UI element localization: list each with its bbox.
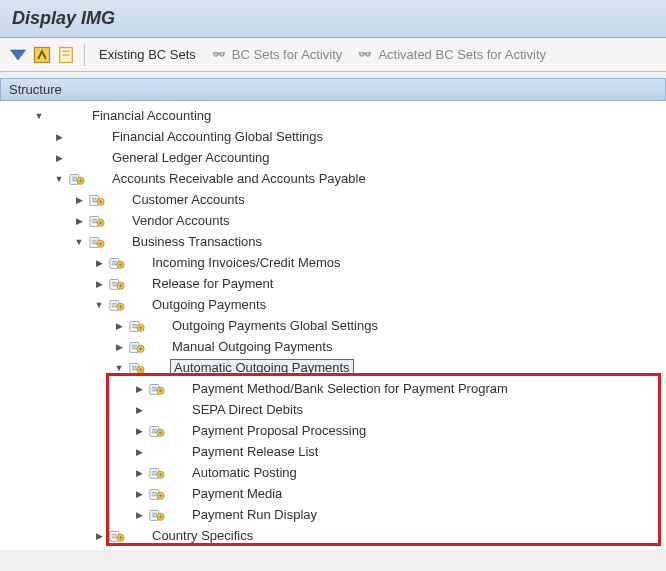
img-activity-icon[interactable] [88, 234, 106, 250]
expander-open-icon[interactable] [32, 109, 46, 123]
toolbar-label: Existing BC Sets [99, 47, 196, 62]
img-activity-icon[interactable] [148, 381, 166, 397]
expander-closed-icon[interactable] [132, 424, 146, 438]
tree-node-label[interactable]: Financial Accounting [90, 108, 213, 123]
tree-node-label[interactable]: General Ledger Accounting [110, 150, 272, 165]
tree-node-label[interactable]: Release for Payment [150, 276, 275, 291]
img-activity-icon[interactable] [148, 423, 166, 439]
expander-closed-icon[interactable] [132, 487, 146, 501]
img-activity-icon[interactable] [148, 486, 166, 502]
tree-row[interactable]: Manual Outgoing Payments [0, 336, 666, 357]
img-activity-icon[interactable] [148, 465, 166, 481]
tree-node-label[interactable]: Payment Method/Bank Selection for Paymen… [190, 381, 510, 396]
tree-row[interactable]: Payment Proposal Processing [0, 420, 666, 441]
img-activity-icon[interactable] [128, 360, 146, 376]
glasses-icon: 👓 [212, 48, 226, 61]
img-activity-icon[interactable] [128, 318, 146, 334]
tree-node-label[interactable]: Automatic Outgoing Payments [170, 359, 354, 376]
tree-row[interactable]: Outgoing Payments Global Settings [0, 315, 666, 336]
glasses-icon: 👓 [358, 48, 372, 61]
img-activity-icon[interactable] [88, 213, 106, 229]
tree-node-label[interactable]: Payment Run Display [190, 507, 319, 522]
tree-node-label[interactable]: Outgoing Payments [150, 297, 268, 312]
expander-closed-icon[interactable] [72, 193, 86, 207]
bc-sets-for-activity-button[interactable]: 👓 BC Sets for Activity [206, 45, 349, 64]
tree-node-label[interactable]: Vendor Accounts [130, 213, 232, 228]
tree-row[interactable]: Incoming Invoices/Credit Memos [0, 252, 666, 273]
tree-row[interactable]: Payment Media [0, 483, 666, 504]
img-activity-icon[interactable] [68, 171, 86, 187]
expander-closed-icon[interactable] [132, 445, 146, 459]
icon-placeholder [68, 129, 86, 145]
tree-container: Financial AccountingFinancial Accounting… [0, 101, 666, 550]
expander-closed-icon[interactable] [112, 319, 126, 333]
tree-node-label[interactable]: Incoming Invoices/Credit Memos [150, 255, 343, 270]
structure-header: Structure [0, 78, 666, 101]
img-activity-icon[interactable] [108, 276, 126, 292]
expand-all-icon[interactable] [8, 45, 28, 65]
tree-node-label[interactable]: Payment Proposal Processing [190, 423, 368, 438]
img-activity-icon[interactable] [148, 507, 166, 523]
expander-closed-icon[interactable] [132, 508, 146, 522]
additional-info-icon[interactable] [32, 45, 52, 65]
tree-row[interactable]: Customer Accounts [0, 189, 666, 210]
icon-placeholder [48, 108, 66, 124]
tree-row[interactable]: Financial Accounting Global Settings [0, 126, 666, 147]
tree-node-label[interactable]: SEPA Direct Debits [190, 402, 305, 417]
expander-closed-icon[interactable] [52, 151, 66, 165]
expander-closed-icon[interactable] [72, 214, 86, 228]
expander-closed-icon[interactable] [92, 256, 106, 270]
img-activity-icon[interactable] [108, 255, 126, 271]
tree-row[interactable]: Release for Payment [0, 273, 666, 294]
tree-node-label[interactable]: Accounts Receivable and Accounts Payable [110, 171, 368, 186]
img-activity-icon[interactable] [88, 192, 106, 208]
tree-node-label[interactable]: Automatic Posting [190, 465, 299, 480]
expander-open-icon[interactable] [72, 235, 86, 249]
tree-node-label[interactable]: Payment Release List [190, 444, 320, 459]
expander-open-icon[interactable] [112, 361, 126, 375]
tree-row[interactable]: Payment Run Display [0, 504, 666, 525]
icon-placeholder [68, 150, 86, 166]
expander-closed-icon[interactable] [52, 130, 66, 144]
tree-row[interactable]: Business Transactions [0, 231, 666, 252]
expander-closed-icon[interactable] [92, 529, 106, 543]
icon-placeholder [148, 444, 166, 460]
tree-row[interactable]: Payment Release List [0, 441, 666, 462]
tree-row[interactable]: Country Specifics [0, 525, 666, 546]
tree-row[interactable]: Payment Method/Bank Selection for Paymen… [0, 378, 666, 399]
img-activity-icon[interactable] [108, 297, 126, 313]
tree-node-label[interactable]: Customer Accounts [130, 192, 247, 207]
title-bar: Display IMG [0, 0, 666, 38]
expander-closed-icon[interactable] [132, 466, 146, 480]
img-activity-icon[interactable] [128, 339, 146, 355]
expander-open-icon[interactable] [92, 298, 106, 312]
tree-row[interactable]: Outgoing Payments [0, 294, 666, 315]
tree-node-label[interactable]: Manual Outgoing Payments [170, 339, 334, 354]
structure-header-label: Structure [9, 82, 62, 97]
tree-node-label[interactable]: Country Specifics [150, 528, 255, 543]
expander-closed-icon[interactable] [132, 382, 146, 396]
icon-placeholder [148, 402, 166, 418]
tree-node-label[interactable]: Outgoing Payments Global Settings [170, 318, 380, 333]
existing-bc-sets-button[interactable]: Existing BC Sets [93, 45, 202, 64]
page-title: Display IMG [12, 8, 654, 29]
document-icon[interactable] [56, 45, 76, 65]
activated-bc-sets-button[interactable]: 👓 Activated BC Sets for Activity [352, 45, 552, 64]
tree-node-label[interactable]: Financial Accounting Global Settings [110, 129, 325, 144]
expander-open-icon[interactable] [52, 172, 66, 186]
tree-row[interactable]: Accounts Receivable and Accounts Payable [0, 168, 666, 189]
tree-row[interactable]: Financial Accounting [0, 105, 666, 126]
tree-node-label[interactable]: Payment Media [190, 486, 284, 501]
tree-row[interactable]: General Ledger Accounting [0, 147, 666, 168]
expander-closed-icon[interactable] [132, 403, 146, 417]
toolbar-label: BC Sets for Activity [232, 47, 343, 62]
expander-closed-icon[interactable] [112, 340, 126, 354]
tree-row[interactable]: Vendor Accounts [0, 210, 666, 231]
tree-node-label[interactable]: Business Transactions [130, 234, 264, 249]
tree-row[interactable]: Automatic Outgoing Payments [0, 357, 666, 378]
expander-closed-icon[interactable] [92, 277, 106, 291]
toolbar-separator [84, 44, 85, 66]
img-activity-icon[interactable] [108, 528, 126, 544]
tree-row[interactable]: SEPA Direct Debits [0, 399, 666, 420]
tree-row[interactable]: Automatic Posting [0, 462, 666, 483]
